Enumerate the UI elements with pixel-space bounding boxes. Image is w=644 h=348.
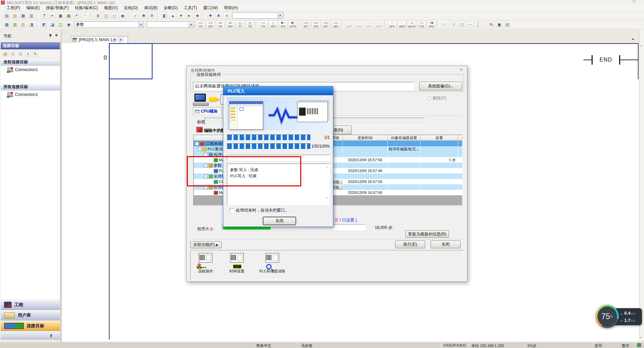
auto-close-checkbox[interactable]: 处理结束时，自动关闭窗口。 [230,208,289,213]
ladder-edit-cursor[interactable] [109,43,152,79]
menu-item[interactable]: 搜索/替换(F) [43,4,72,12]
find-combo[interactable]: ▼ [147,21,194,28]
tree-expander-icon[interactable]: − [204,153,208,156]
delete-vertical-line-button[interactable]: ✖│ cF10 [288,20,297,29]
tab-prg-main[interactable]: [PRG]写入 MAIN 1步 ✖ [71,36,128,43]
copy-icon[interactable]: ▣ [57,12,64,19]
undo-icon[interactable]: ↶ [73,12,81,19]
separator[interactable] [384,21,386,28]
plc-write-titlebar[interactable]: PLC写入 [223,86,333,95]
help-icon[interactable]: ? [41,12,48,19]
insert-row-icon[interactable]: ─ [466,21,474,28]
falling-pulse-button[interactable]: ⊣↓⊢ sF8 [311,20,321,29]
monitor-stop-icon[interactable]: ■ [194,12,201,19]
close-icon[interactable]: ✖ [55,33,58,37]
zoom-select-icon[interactable]: ✖ [215,12,222,19]
branch-line-button[interactable]: └─ F10 [417,20,426,29]
parallel-closed-contact-button[interactable]: ⊣/⊢ sF6 [226,20,235,29]
chevron-down-icon[interactable]: ▾ [50,335,52,338]
net-gauge[interactable]: 75 % [596,305,619,328]
menu-item[interactable]: 窗口(W) [200,4,221,12]
related-function-icon[interactable] [265,253,280,267]
horizontal-line-button[interactable]: ── F9 [259,20,268,29]
sidebar-more-row[interactable]: » ▾ [1,331,60,339]
tree-expander-icon[interactable]: − [195,142,199,146]
menu-item[interactable]: 工具(T) [181,4,200,12]
device-comment-icon[interactable]: ▨ [19,21,27,28]
delete-horizontal-line-button[interactable]: ✖─ cF9 [278,20,288,29]
scroll-down-icon[interactable]: ∨ [325,196,328,199]
ladder-symbol-icon[interactable]: ≣ [94,12,102,19]
cut-icon[interactable]: ✂ [49,12,56,19]
execute-button[interactable]: 执行(E) [395,241,425,248]
statement-icon[interactable]: ≣ [450,21,457,28]
coil-button[interactable]: ( ) F7 [236,20,245,29]
scroll-down-icon[interactable]: ▾ [640,336,642,339]
menu-item[interactable]: 诊断(D) [161,4,181,12]
insert-column-icon[interactable]: │ [474,21,482,28]
separator[interactable] [157,12,160,19]
connection-item-all[interactable]: Connection1 [1,90,60,99]
tab-cpu-module[interactable]: CPU模块 [193,107,222,115]
separator[interactable] [484,21,486,28]
related-function-icon[interactable] [198,253,213,267]
tab-scroll-left-icon[interactable]: ◂ [632,37,634,41]
scroll-right-icon[interactable]: › [327,201,328,204]
system-image-button[interactable]: 系统图像(G)... [419,82,462,90]
sidebar-item-project[interactable]: 工程 [1,300,60,310]
related-functions-button[interactable]: 关联功能(F)▲ [190,241,222,248]
separator[interactable] [203,12,205,19]
rising-pulse-button[interactable]: ⊣↑⊢ sF7 [302,20,311,29]
rebuild-all-icon[interactable]: ✲ [148,12,156,19]
separator[interactable] [128,12,130,19]
write-to-plc-icon[interactable]: ▲ [169,12,177,19]
separator[interactable] [437,21,439,28]
new-connection-icon[interactable]: ▤ [2,50,9,57]
radio-delete[interactable]: 删除(D) [428,95,447,101]
monitor-start-icon[interactable]: ► [186,12,193,19]
label-setting-icon[interactable]: ▧ [11,21,19,28]
refresh-info-button[interactable]: 更新为最新的信息(R) [405,230,449,238]
find-icon[interactable]: ◉ [65,21,73,28]
parallel-rising-negate-button[interactable]: ↑↑ saF7 [364,20,373,29]
parallel-open-contact-button[interactable]: ⊣ ⊢ sF5 [206,20,215,29]
parameter-icon[interactable]: ▦ [3,21,11,28]
toolbar-combo-empty[interactable]: ▼ [232,12,283,19]
zoom-100-icon[interactable]: % [487,21,495,28]
transfer-setup-icon[interactable]: ◧ [161,12,168,19]
maximize-button[interactable]: ❐ [632,0,635,4]
parallel-rising-pulse-button[interactable]: ⊣↑⊢ aF7 [321,20,331,29]
scroll-left-icon[interactable]: ‹ [229,201,230,204]
right-scroll-strip[interactable] [639,29,644,342]
copy-connection-icon[interactable]: ▣ [10,50,16,57]
convert-pulse-button[interactable]: ↓ caF5 [397,20,406,29]
paste-icon[interactable]: ▩ [65,12,73,19]
menu-item[interactable]: 调试(B) [141,4,161,12]
comment-display-icon[interactable]: ◻ [111,12,118,19]
separator[interactable] [37,21,39,28]
device-list-icon[interactable]: ◪ [49,21,56,28]
plc-write-close-button[interactable]: 关闭 [263,217,296,225]
scroll-up-icon[interactable]: ▴ [640,44,642,47]
menu-item[interactable]: 转换/编译(C) [72,4,101,12]
close-icon[interactable]: ✕ [460,67,463,72]
open-project-icon[interactable]: ▧ [11,12,19,19]
note-icon[interactable]: ◻ [458,21,466,28]
redo-icon[interactable]: ↷ [81,12,89,19]
cross-reference-icon[interactable]: ◩ [41,21,48,28]
comment-show-icon[interactable]: ▤ [504,21,511,28]
falling-pulse-negate-button[interactable]: ↓ saF6 [354,20,364,29]
separator[interactable] [299,21,301,28]
connection-item-current[interactable]: Connection1 [1,66,60,74]
verify-icon[interactable]: ◨ [28,21,35,28]
open-contact-button[interactable]: ⊣ ⊢ F5 [196,20,205,29]
refresh-icon[interactable]: ↻ [32,50,39,57]
separator[interactable] [91,12,93,19]
separator[interactable] [256,21,258,28]
print-icon[interactable]: ▥ [28,12,35,19]
data-select-combo[interactable]: 参数▼ [74,21,144,28]
fit-screen-icon[interactable]: ▣ [496,21,503,28]
minimize-button[interactable]: ⎯ [623,0,625,4]
tab-close-icon[interactable]: ✖ [118,37,123,42]
menu-item[interactable]: 在线(O) [121,4,141,12]
